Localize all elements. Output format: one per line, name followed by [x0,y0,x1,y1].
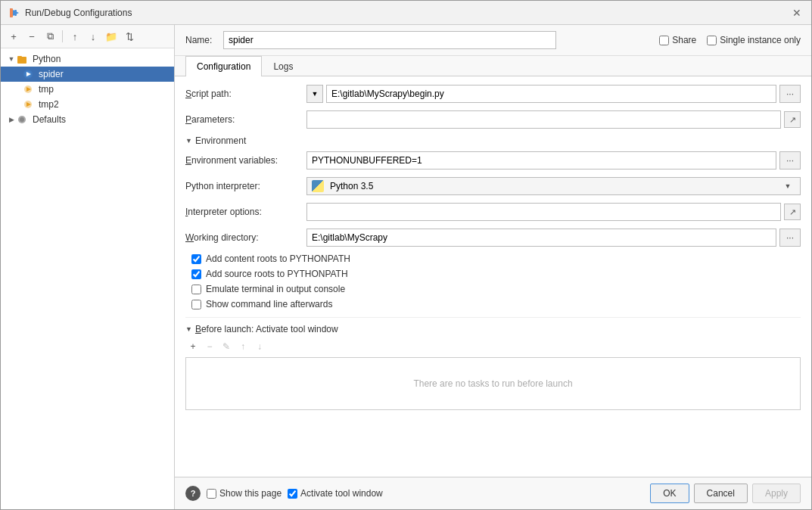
before-launch-header[interactable]: ▼ Before launch: Activate tool window [185,324,801,334]
single-instance-label: Single instance only [720,35,801,45]
environment-section-header[interactable]: ▼ Environment [185,135,801,146]
add-source-roots-row: Add source roots to PYTHONPATH [185,269,801,279]
spider-run-icon [22,68,34,80]
activate-tool-window-checkbox-label[interactable]: Activate tool window [288,488,383,499]
env-vars-browse-button[interactable]: ··· [779,151,801,169]
add-content-roots-row: Add content roots to PYTHONPATH [185,253,801,264]
before-launch-edit-button[interactable]: ✎ [219,339,234,354]
copy-config-button[interactable]: ⧉ [42,28,58,45]
show-page-checkbox-label[interactable]: Show this page [207,488,282,499]
env-vars-row: Environment variables: ··· [185,151,801,170]
tree-item-tmp2[interactable]: tmp2 [1,97,174,112]
remove-config-button[interactable]: − [23,28,40,45]
python-interp-icon [312,180,324,192]
title-bar-left: Run/Debug Configurations [8,7,132,19]
working-dir-browse-button[interactable]: ··· [779,229,801,247]
tab-logs[interactable]: Logs [262,56,304,76]
show-command-line-checkbox[interactable] [191,300,201,309]
script-path-browse-button[interactable]: ··· [779,85,801,103]
bottom-bar: ? Show this page Activate tool window OK… [175,477,811,509]
interp-options-input-wrap: ↗ [306,203,801,221]
bottom-right: OK Cancel Apply [650,484,801,503]
tmp2-label: tmp2 [39,99,59,110]
apply-button[interactable]: Apply [752,484,801,503]
show-command-line-label[interactable]: Show command line afterwards [206,299,332,309]
emulate-terminal-checkbox[interactable] [191,285,201,294]
script-path-input[interactable] [326,85,776,103]
working-dir-label: Working directory: [185,232,306,243]
env-vars-input[interactable] [306,151,776,169]
before-launch-add-button[interactable]: + [185,339,201,354]
share-checkbox[interactable] [659,36,669,45]
tree-item-python[interactable]: ▼ Python [1,51,174,67]
before-launch-section: ▼ Before launch: Activate tool window + … [185,317,801,410]
tmp2-icon [22,98,34,110]
add-config-button[interactable]: + [5,28,22,45]
add-content-roots-checkbox[interactable] [191,254,201,264]
tab-configuration[interactable]: Configuration [185,56,262,76]
help-button[interactable]: ? [185,486,201,501]
dialog-title: Run/Debug Configurations [25,8,132,18]
share-checkbox-label[interactable]: Share [659,35,696,45]
parameters-expand-button[interactable]: ↗ [784,111,801,128]
single-instance-checkbox-label[interactable]: Single instance only [707,35,801,45]
add-source-roots-checkbox[interactable] [191,269,201,279]
folder-button[interactable]: 📁 [103,28,120,45]
name-input[interactable] [223,31,556,49]
interp-options-input[interactable] [306,203,781,221]
python-toggle: ▼ [7,54,16,64]
python-interp-value: Python 3.5 [330,181,373,191]
cancel-button[interactable]: Cancel [694,484,748,503]
defaults-toggle: ▶ [7,115,16,124]
tree-item-spider[interactable]: spider [1,67,174,82]
move-down-button[interactable]: ↓ [85,28,101,45]
single-instance-checkbox[interactable] [707,36,717,45]
left-panel: + − ⧉ ↑ ↓ 📁 ⇅ ▼ [1,25,175,509]
defaults-icon [16,114,28,126]
tree-item-tmp[interactable]: tmp [1,82,174,97]
before-launch-down-button[interactable]: ↓ [252,339,267,354]
working-dir-input[interactable] [306,229,776,247]
add-content-roots-label[interactable]: Add content roots to PYTHONPATH [206,253,350,264]
environment-section-title: Environment [195,135,246,146]
python-interp-label: Python interpreter: [185,181,306,191]
show-page-checkbox[interactable] [207,489,216,499]
left-toolbar: + − ⧉ ↑ ↓ 📁 ⇅ [1,25,174,48]
script-path-dropdown[interactable]: ▼ [306,85,323,103]
interp-options-expand-button[interactable]: ↗ [784,204,801,220]
close-button[interactable]: ✕ [790,6,804,20]
activate-tool-window-checkbox[interactable] [288,489,297,499]
main-content: + − ⧉ ↑ ↓ 📁 ⇅ ▼ [1,25,811,509]
interp-options-row: Interpreter options: ↗ [185,202,801,222]
tabs-bar: Configuration Logs [175,56,811,76]
before-launch-remove-button[interactable]: − [202,339,217,354]
environment-toggle-icon: ▼ [185,137,192,145]
sort-button[interactable]: ⇅ [121,28,138,45]
share-label: Share [672,35,696,45]
env-vars-input-wrap: ··· [306,151,801,169]
svg-rect-2 [14,10,17,16]
ok-button[interactable]: OK [650,484,689,503]
header-checkboxes: Share Single instance only [659,35,801,45]
svg-rect-1 [10,8,13,17]
add-source-roots-label[interactable]: Add source roots to PYTHONPATH [206,269,348,279]
parameters-input[interactable] [306,110,781,129]
parameters-row: Parameters: ↗ [185,110,801,129]
emulate-terminal-label[interactable]: Emulate terminal in output console [206,284,345,294]
tmp-label: tmp [39,84,54,95]
bottom-left: ? Show this page Activate tool window [185,486,644,501]
python-label: Python [33,54,61,64]
before-launch-toolbar: + − ✎ ↑ ↓ [185,339,801,354]
svg-point-13 [20,117,24,122]
show-page-label: Show this page [219,488,282,499]
launch-tasks-box: There are no tasks to run before launch [185,357,801,410]
emulate-terminal-row: Emulate terminal in output console [185,284,801,294]
python-interp-input-wrap: Python 3.5 ▼ [306,177,801,195]
activate-tool-window-label: Activate tool window [300,488,383,499]
move-up-button[interactable]: ↑ [67,28,83,45]
before-launch-up-button[interactable]: ↑ [235,339,250,354]
working-dir-row: Working directory: ··· [185,228,801,247]
python-interp-select[interactable]: Python 3.5 ▼ [306,177,801,195]
tree-item-defaults[interactable]: ▶ Defaults [1,112,174,127]
python-folder-icon [16,53,28,65]
